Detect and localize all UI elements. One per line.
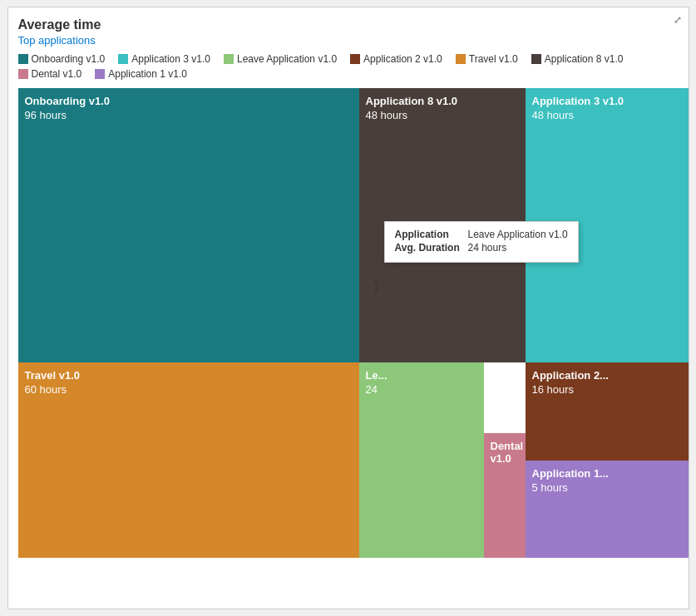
tile-name: Application 3 v1.0 [532, 95, 682, 107]
legend: Onboarding v1.0Application 3 v1.0Leave A… [18, 53, 679, 80]
legend-item: Application 8 v1.0 [531, 53, 624, 65]
legend-item: Leave Application v1.0 [224, 53, 337, 65]
tile-name: Application 8 v1.0 [366, 95, 519, 107]
legend-item: Onboarding v1.0 [18, 53, 106, 65]
tile-name: Le... [366, 369, 477, 382]
treemap-tile[interactable]: Application 1...5 hours [526, 461, 689, 558]
tile-value: 48 hours [366, 109, 519, 121]
legend-item: Application 2 v1.0 [350, 53, 442, 65]
tile-name: Onboarding v1.0 [25, 95, 353, 107]
card-subtitle[interactable]: Top applications [18, 34, 679, 47]
tooltip-duration-value: 24 hours [468, 242, 507, 254]
expand-icon[interactable]: ⤢ [674, 14, 682, 26]
tile-name: Application 1... [532, 467, 682, 480]
legend-item: Application 1 v1.0 [95, 68, 187, 80]
tile-value: 5 hours [532, 481, 682, 494]
tooltip: Application Leave Application v1.0 Avg. … [384, 221, 579, 263]
treemap: Application 1...5 hoursApplication 2...1… [18, 88, 689, 558]
legend-item: Application 3 v1.0 [118, 53, 210, 65]
tile-value: 16 hours [532, 383, 682, 396]
legend-item: Travel v1.0 [456, 53, 518, 65]
main-card: ⤢ Average time Top applications Onboardi… [7, 7, 689, 609]
tile-value: 60 hours [25, 383, 353, 396]
card-title: Average time [18, 17, 679, 32]
tile-name: Application 2... [532, 369, 682, 382]
tooltip-duration-label: Avg. Duration [395, 242, 462, 254]
tooltip-application-value: Leave Application v1.0 [468, 229, 568, 240]
tooltip-application-label: Application [395, 229, 462, 240]
treemap-tile[interactable]: Dental v1.0 [484, 433, 526, 558]
tile-name: Dental v1.0 [491, 440, 519, 465]
tile-value: 24 [366, 383, 477, 396]
legend-item: Dental v1.0 [18, 68, 82, 80]
cursor-icon: 〉 [374, 278, 379, 295]
treemap-tile[interactable]: Le...24 [359, 362, 484, 558]
tile-value: 48 hours [532, 109, 682, 121]
treemap-tile[interactable]: Onboarding v1.096 hours [18, 88, 359, 362]
tile-name: Travel v1.0 [25, 369, 353, 382]
tile-value: 96 hours [25, 109, 353, 121]
treemap-tile[interactable]: Travel v1.060 hours [18, 362, 359, 558]
treemap-tile[interactable]: Application 2...16 hours [526, 362, 689, 461]
